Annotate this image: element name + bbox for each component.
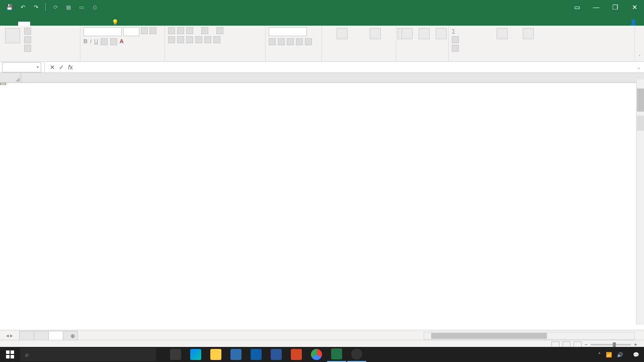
format-painter-button[interactable]: [24, 44, 33, 52]
sheet-tab-2[interactable]: [34, 331, 49, 341]
italic-button[interactable]: I: [90, 38, 92, 45]
sort-filter-button[interactable]: [490, 27, 514, 41]
font-size-input[interactable]: [123, 27, 139, 36]
indent-dec-icon[interactable]: [195, 36, 202, 43]
enter-formula-icon[interactable]: ✓: [57, 64, 66, 71]
obs-icon[interactable]: [347, 347, 366, 362]
format-cells-button[interactable]: [434, 27, 449, 41]
align-bottom-icon[interactable]: [186, 27, 193, 34]
ribbon-options-icon[interactable]: ▭: [568, 0, 587, 14]
mail-icon[interactable]: [247, 347, 266, 362]
share-button[interactable]: 👤: [630, 19, 637, 26]
decrease-font-icon[interactable]: [149, 27, 156, 34]
qat-icon-3[interactable]: ▭: [77, 3, 86, 12]
copy-button[interactable]: [24, 36, 33, 43]
fx-icon[interactable]: fx: [66, 64, 75, 71]
align-left-icon[interactable]: [168, 36, 175, 43]
sheet-tab-3[interactable]: [48, 331, 63, 341]
fill-button[interactable]: [452, 36, 488, 43]
group-label-styles: [325, 60, 393, 61]
tell-me[interactable]: 💡: [103, 19, 122, 26]
merge-icon: [213, 36, 220, 43]
file-explorer-icon[interactable]: [206, 347, 225, 362]
excel-icon[interactable]: [327, 347, 346, 362]
sheet-nav-first-icon[interactable]: ◂: [6, 332, 9, 339]
tab-file[interactable]: [6, 22, 18, 26]
find-select-button[interactable]: [516, 27, 540, 41]
insert-cells-button[interactable]: [399, 27, 415, 41]
tab-insert[interactable]: [30, 22, 42, 26]
undo-icon[interactable]: ↶: [18, 3, 27, 12]
align-center-icon[interactable]: [177, 36, 184, 43]
merge-center-button[interactable]: [213, 36, 222, 43]
font-name-input[interactable]: [84, 27, 122, 36]
notifications-icon[interactable]: 💬: [633, 352, 639, 357]
tab-formulas[interactable]: [54, 22, 66, 26]
wrap-text-button[interactable]: [216, 27, 225, 34]
chrome-icon[interactable]: [307, 347, 326, 362]
vertical-scrollbar[interactable]: [636, 79, 644, 325]
paste-button[interactable]: [3, 27, 22, 45]
tray-volume-icon[interactable]: 🔊: [617, 352, 623, 357]
qat-icon-2[interactable]: ▦: [64, 3, 73, 12]
underline-button[interactable]: U: [94, 38, 98, 45]
tab-review[interactable]: [78, 22, 91, 26]
font-color-button[interactable]: A: [120, 38, 123, 45]
percent-icon[interactable]: [278, 38, 285, 45]
format-as-table-button[interactable]: [361, 27, 389, 41]
collapse-ribbon-icon[interactable]: ˄: [635, 26, 644, 61]
redo-icon[interactable]: ↷: [31, 3, 40, 12]
number-format-select[interactable]: [269, 27, 307, 36]
sheet-tab-1[interactable]: [19, 331, 34, 341]
search-icon: ⌕: [25, 351, 29, 358]
new-sheet-button[interactable]: ⊕: [63, 331, 78, 341]
save-icon[interactable]: 💾: [5, 3, 14, 12]
inc-decimal-icon[interactable]: [296, 38, 303, 45]
fill-color-button[interactable]: [110, 38, 117, 45]
indent-inc-icon[interactable]: [204, 36, 211, 43]
word-icon[interactable]: [267, 347, 286, 362]
taskbar-search[interactable]: ⌕: [20, 348, 156, 361]
zoom-slider[interactable]: [591, 344, 631, 345]
qat-icon-1[interactable]: ⟳: [51, 3, 60, 12]
cut-button[interactable]: [24, 27, 33, 35]
close-icon[interactable]: ✕: [625, 0, 644, 14]
currency-icon[interactable]: [269, 38, 276, 45]
select-all-corner[interactable]: [0, 73, 21, 82]
tab-data[interactable]: [66, 22, 78, 26]
align-right-icon[interactable]: [186, 36, 193, 43]
expand-formula-bar-icon[interactable]: ⌄: [634, 65, 644, 70]
qat-icon-4[interactable]: ⎙: [90, 3, 99, 12]
tab-page-layout[interactable]: [42, 22, 54, 26]
horizontal-scrollbar[interactable]: [424, 332, 635, 340]
sheet-nav-last-icon[interactable]: ▸: [10, 332, 13, 339]
bold-button[interactable]: B: [84, 38, 88, 45]
autosum-button[interactable]: ∑: [452, 27, 488, 35]
clear-button[interactable]: [452, 44, 488, 52]
tray-network-icon[interactable]: 📶: [606, 352, 612, 357]
worksheet-grid[interactable]: [0, 73, 644, 324]
store-icon[interactable]: [226, 347, 246, 362]
comma-icon[interactable]: [287, 38, 294, 45]
tab-home[interactable]: [18, 22, 30, 26]
border-button[interactable]: [101, 38, 108, 45]
conditional-formatting-button[interactable]: [325, 27, 359, 41]
maximize-icon[interactable]: ❐: [606, 0, 625, 14]
cancel-formula-icon[interactable]: ✕: [48, 64, 57, 71]
tray-chevron-icon[interactable]: ˄: [598, 352, 601, 357]
align-top-icon[interactable]: [168, 27, 175, 34]
dec-decimal-icon[interactable]: [305, 38, 312, 45]
brush-icon: [24, 45, 31, 52]
minimize-icon[interactable]: —: [587, 0, 606, 14]
tab-view[interactable]: [91, 22, 103, 26]
orientation-icon[interactable]: [201, 27, 208, 34]
task-view-icon[interactable]: [166, 347, 185, 362]
powerpoint-icon[interactable]: [287, 347, 306, 362]
align-middle-icon[interactable]: [177, 27, 184, 34]
increase-font-icon[interactable]: [141, 27, 148, 34]
sigma-icon: ∑: [452, 28, 455, 34]
name-box[interactable]: ▾: [2, 62, 41, 72]
delete-cells-button[interactable]: [417, 27, 432, 41]
edge-icon[interactable]: [186, 347, 205, 362]
start-button[interactable]: [0, 347, 20, 362]
